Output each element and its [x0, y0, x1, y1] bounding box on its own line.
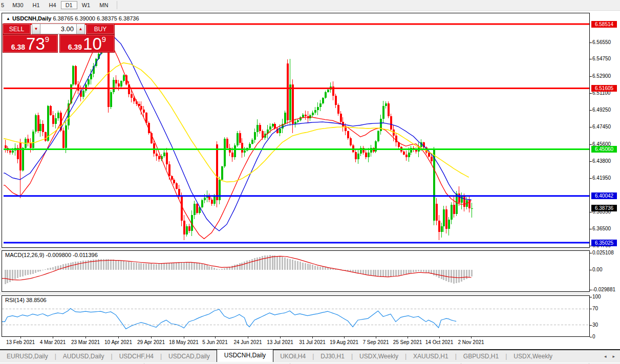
chart-tab-audusd-daily[interactable]: AUDUSD,Daily: [56, 351, 111, 362]
macd-axis-label: -0.029881: [592, 287, 615, 292]
rsi-axis-label: 0: [592, 334, 595, 339]
date-label: 23 Mar 2021: [71, 339, 100, 345]
date-tick: [248, 337, 248, 338]
date-axis: 13 Feb 20214 Mar 202123 Mar 202110 Apr 2…: [0, 337, 620, 349]
rsi-axis-label: 30: [592, 322, 598, 328]
date-label: 24 Jun 2021: [233, 339, 262, 345]
volume-input[interactable]: [40, 24, 76, 34]
macd-axis-label: 0.025108: [592, 250, 614, 255]
triangle-down-icon: ▼: [34, 27, 38, 31]
price-axis-tick: [590, 42, 592, 43]
timeframe-button-5[interactable]: 5: [0, 1, 8, 9]
macd-axis-tick: [590, 270, 592, 270]
price-badge-6.38736: 6.38736: [591, 205, 617, 211]
date-tick: [118, 337, 119, 338]
date-tick: [344, 337, 345, 338]
timeframe-button-MN[interactable]: MN: [95, 1, 113, 9]
buy-price-sup: 9: [102, 35, 106, 43]
rsi-axis-tick: [590, 325, 592, 326]
triangle-up-icon: ▲: [79, 27, 83, 31]
buy-price-big: 10: [83, 36, 102, 52]
date-label: 14 Oct 2021: [425, 339, 453, 345]
timeframe-button-D1[interactable]: D1: [61, 1, 77, 9]
price-axis-label: 6.41950: [592, 175, 611, 181]
date-label: 4 Mar 2021: [40, 339, 66, 345]
chart-symbol-label: USDCNH,Daily: [12, 15, 51, 22]
date-label: 25 Sep 2021: [393, 339, 422, 345]
price-axis-tick: [590, 127, 592, 127]
chart-tab-eurusd-daily[interactable]: EURUSD,Daily: [0, 351, 55, 362]
price-axis-tick: [590, 93, 592, 94]
timeframe-toolbar: 5M30H1H4D1W1MN: [0, 0, 620, 11]
timeframe-button-H1[interactable]: H1: [28, 1, 45, 9]
date-tick: [376, 337, 376, 338]
price-axis-tick: [590, 76, 592, 77]
date-label: 13 Jul 2021: [267, 339, 293, 345]
date-tick: [408, 337, 408, 338]
rsi-panel[interactable]: [2, 295, 590, 337]
price-axis-tick: [590, 144, 592, 145]
price-axis-label: 6.52900: [592, 73, 611, 79]
chart-tab-usdx-weekly[interactable]: USDX,Weekly: [507, 351, 559, 362]
chart-tab-gbpusd-h1[interactable]: GBPUSD,H1: [457, 351, 505, 362]
date-label: 29 Apr 2021: [137, 339, 165, 345]
timeframe-button-H4[interactable]: H4: [45, 1, 61, 9]
mt4-terminal-window: 5M30H1H4D1W1MN ▲USDCNH,Daily 6.38765 6.3…: [0, 0, 620, 364]
price-axis-label: 6.56550: [592, 39, 611, 45]
macd-axis-tick: [590, 290, 592, 290]
date-tick: [20, 337, 21, 338]
date-tick: [85, 337, 86, 338]
chart-tab-usdcad-daily[interactable]: USDCAD,Daily: [162, 351, 217, 362]
date-tick: [312, 337, 313, 338]
buy-price-tile[interactable]: 6.39109: [59, 34, 115, 53]
date-tick: [151, 337, 152, 338]
price-badge-6.45060: 6.45060: [591, 146, 617, 153]
sell-price-small: 6.38: [11, 42, 25, 52]
price-axis-tick: [590, 59, 592, 59]
sell-price-sup: 9: [45, 35, 49, 43]
chart-tab-usdcnh-daily[interactable]: USDCNH,Daily: [217, 349, 273, 362]
macd-axis-tick: [590, 253, 592, 253]
collapse-arrow-icon[interactable]: ▲: [6, 16, 10, 21]
price-axis-label: 6.47450: [592, 124, 611, 130]
tab-scroll-right-icon[interactable]: ▸: [612, 354, 615, 359]
price-axis-label: 6.54750: [592, 56, 611, 61]
sell-price-big: 73: [26, 36, 45, 52]
macd-axis-label: 0.00: [592, 267, 602, 272]
date-tick: [280, 337, 281, 338]
sell-button[interactable]: SELL: [3, 24, 31, 34]
price-axis-label: 6.49250: [592, 107, 611, 113]
one-click-trading-widget: SELL ▼ ▲ BUY 6.38739 6.39109: [3, 24, 115, 53]
rsi-axis-label: 100: [592, 294, 601, 299]
rsi-axis-tick: [590, 309, 592, 309]
buy-button[interactable]: BUY: [86, 24, 115, 34]
volume-decrease-button[interactable]: ▼: [32, 24, 40, 34]
date-tick: [215, 337, 216, 338]
timeframe-button-M30[interactable]: M30: [8, 1, 28, 9]
date-label: 5 Jun 2021: [202, 339, 228, 345]
chart-ohlc-values: 6.38765 6.39000 6.38375 6.38736: [53, 15, 139, 22]
date-label: 2 Nov 2021: [458, 339, 484, 345]
chart-tab-usdx-weekly[interactable]: USDX,Weekly: [353, 351, 405, 362]
sell-price-tile[interactable]: 6.38739: [3, 34, 58, 53]
volume-increase-button[interactable]: ▲: [76, 24, 85, 34]
price-axis-tick: [590, 178, 592, 179]
price-axis-tick: [590, 212, 592, 212]
chart-tab-bar: EURUSD,Daily|AUDUSD,Daily|USDCHF,H4|USDC…: [0, 349, 620, 362]
chart-title: ▲USDCNH,Daily 6.38765 6.39000 6.38375 6.…: [6, 15, 139, 22]
price-axis-tick: [590, 229, 592, 229]
chart-tab-xauusd-h1[interactable]: XAUUSD,H1: [407, 351, 455, 362]
price-badge-6.40042: 6.40042: [591, 192, 617, 199]
chart-tab-usdchf-h4[interactable]: USDCHF,H4: [113, 351, 160, 362]
timeframe-button-W1[interactable]: W1: [77, 1, 95, 9]
macd-indicator-label: MACD(12,26,9) -0.009800 -0.011396: [5, 252, 98, 258]
toolbar-separator: [117, 1, 117, 9]
tab-scroll-left-icon[interactable]: ◂: [604, 354, 607, 359]
rsi-indicator-label: RSI(14) 38.8506: [5, 297, 47, 303]
rsi-axis-label: 70: [592, 306, 598, 311]
date-label: 10 Apr 2021: [104, 339, 132, 345]
chart-tab-dj30-h1[interactable]: DJ30,H1: [314, 351, 351, 362]
panel-splitter[interactable]: [0, 292, 590, 295]
chart-tab-ukoil-h4[interactable]: UKOil,H4: [273, 351, 312, 362]
date-label: 19 Aug 2021: [330, 339, 358, 345]
